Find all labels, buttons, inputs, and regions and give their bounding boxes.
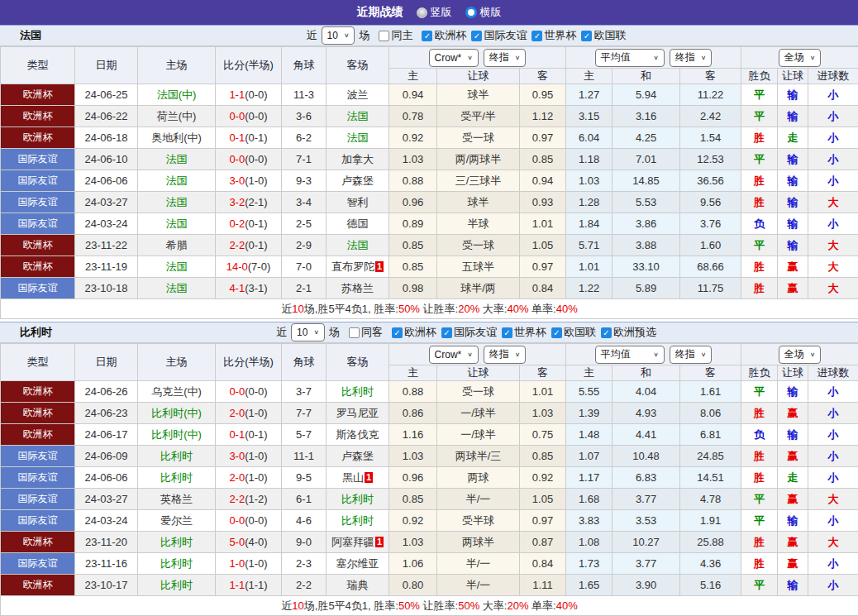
- crow-home-odds: 1.03: [389, 446, 437, 467]
- match-date: 24-06-06: [75, 467, 138, 489]
- result-goals: 小: [808, 446, 858, 467]
- checkbox-checked-icon[interactable]: ✓: [601, 327, 612, 338]
- crow-company-select[interactable]: Crow*∨: [429, 346, 479, 364]
- league-filter-label: 欧洲预选: [613, 325, 656, 340]
- avg-draw-odds: 5.94: [613, 84, 680, 106]
- league-filter[interactable]: ✓国际友谊: [441, 325, 497, 340]
- col-away: 客场: [327, 344, 389, 381]
- same-away-filter[interactable]: 同客: [349, 325, 383, 340]
- full-match-select[interactable]: 全场∨: [779, 346, 822, 364]
- league-filter[interactable]: ✓欧国联: [551, 325, 596, 340]
- average-select[interactable]: 平均值∨: [595, 346, 665, 364]
- checkbox-checked-icon[interactable]: ✓: [551, 327, 562, 338]
- crow-home-odds: 0.85: [389, 256, 437, 278]
- result-wdl: 平: [741, 106, 778, 127]
- match-row: 欧洲杯23-11-22希腊2-2(0-1)2-9法国0.85受一球1.055.7…: [1, 235, 858, 256]
- corner-count: 11-3: [282, 84, 327, 106]
- match-date: 24-06-10: [75, 149, 138, 170]
- match-score: 0-0(0-0): [216, 149, 282, 170]
- match-row: 欧洲杯23-11-20比利时5-0(4-0)9-0阿塞拜疆11.03两球半0.8…: [1, 532, 858, 553]
- radio-horizontal-layout[interactable]: 横版: [465, 5, 502, 20]
- league-filter[interactable]: ✓欧洲杯: [392, 325, 436, 340]
- match-date: 24-06-18: [75, 127, 138, 149]
- avg-away-odds: 1.61: [680, 381, 741, 403]
- avg-away-odds: 5.16: [680, 575, 741, 596]
- match-date: 24-03-27: [75, 489, 138, 510]
- radio-unselected-icon[interactable]: [417, 7, 427, 18]
- league-filter[interactable]: ✓欧洲杯: [422, 28, 466, 43]
- away-team: 卢森堡: [327, 446, 389, 467]
- final-index-select-2[interactable]: 终指∨: [670, 49, 713, 67]
- final-index-select[interactable]: 终指∨: [484, 49, 527, 67]
- crow-home-odds: 0.92: [389, 127, 437, 149]
- league-filter[interactable]: ✓国际友谊: [471, 28, 527, 43]
- average-select[interactable]: 平均值∨: [595, 49, 665, 67]
- crow-away-odds: 0.75: [520, 424, 566, 446]
- match-date: 24-06-09: [75, 446, 138, 467]
- avg-draw-odds: 3.53: [613, 510, 680, 532]
- league-filter-label: 欧洲杯: [404, 325, 436, 340]
- league-filter[interactable]: ✓世界杯: [502, 325, 546, 340]
- match-score: 0-0(0-0): [216, 106, 282, 127]
- checkbox-checked-icon[interactable]: ✓: [471, 31, 482, 41]
- avg-away-odds: 8.06: [680, 403, 741, 424]
- checkbox-unchecked-icon[interactable]: [349, 327, 360, 338]
- avg-away-odds: 9.56: [680, 192, 741, 213]
- league-type-cell: 国际友谊: [1, 170, 75, 192]
- final-index-select[interactable]: 终指∨: [484, 346, 527, 364]
- result-wdl: 胜: [741, 256, 778, 278]
- avg-home-odds: 3.15: [566, 106, 613, 127]
- avg-away-odds: 11.22: [680, 84, 741, 106]
- checkbox-checked-icon[interactable]: ✓: [502, 327, 512, 338]
- summary-text: 单率:: [528, 599, 555, 612]
- crow-handicap: 球半/两: [437, 278, 520, 299]
- match-score: 3-0(1-0): [216, 170, 282, 192]
- league-filter-label: 国际友谊: [484, 28, 527, 43]
- result-goals: 小: [808, 553, 858, 575]
- checkbox-unchecked-icon[interactable]: [379, 31, 389, 41]
- match-score: 0-1(0-1): [216, 424, 282, 446]
- home-team: 奥地利(中): [138, 127, 216, 149]
- checkbox-checked-icon[interactable]: ✓: [441, 327, 452, 338]
- crow-home-odds: 0.85: [389, 235, 437, 256]
- match-score: 1-1(1-1): [216, 575, 282, 596]
- match-date: 24-03-24: [75, 213, 138, 235]
- crow-home-odds: 0.88: [389, 381, 437, 403]
- match-score: 0-1(0-1): [216, 127, 282, 149]
- away-team: 智利: [327, 192, 389, 213]
- page-title: 近期战绩: [357, 5, 403, 20]
- result-wdl: 胜: [741, 403, 778, 424]
- home-team: 法国: [138, 170, 216, 192]
- crow-home-odds: 0.78: [389, 106, 437, 127]
- col-corner: 角球: [282, 47, 327, 84]
- match-score: 0-0(0-0): [216, 381, 282, 403]
- avg-draw-odds: 6.83: [613, 467, 680, 489]
- match-count-select[interactable]: 10∨: [291, 323, 325, 341]
- home-team: 法国: [138, 213, 216, 235]
- matches-label: 场: [359, 28, 369, 43]
- same-home-filter[interactable]: 同主: [379, 28, 412, 43]
- crow-company-select[interactable]: Crow*∨: [429, 49, 479, 67]
- result-goals: 大: [808, 256, 858, 278]
- match-count-select[interactable]: 10∨: [322, 26, 355, 45]
- radio-selected-icon[interactable]: [465, 7, 477, 18]
- avg-home-odds: 1.73: [566, 553, 613, 575]
- match-date: 24-06-25: [75, 84, 138, 106]
- radio-vertical-layout[interactable]: 竖版: [417, 5, 452, 20]
- result-wdl: 平: [741, 84, 778, 106]
- final-index-select-2[interactable]: 终指∨: [670, 346, 713, 364]
- full-match-select[interactable]: 全场∨: [779, 49, 822, 67]
- checkbox-checked-icon[interactable]: ✓: [581, 31, 592, 41]
- corner-count: 9-0: [282, 532, 327, 553]
- match-date: 24-06-23: [75, 403, 138, 424]
- corner-count: 4-6: [282, 510, 327, 532]
- league-filter[interactable]: ✓欧洲预选: [601, 325, 656, 340]
- checkbox-checked-icon[interactable]: ✓: [531, 31, 542, 41]
- league-filter[interactable]: ✓欧国联: [581, 28, 626, 43]
- checkbox-checked-icon[interactable]: ✓: [392, 327, 403, 338]
- avg-home-odds: 1.07: [566, 446, 613, 467]
- col-result-handicap: 让球: [778, 365, 808, 381]
- league-filter[interactable]: ✓世界杯: [531, 28, 576, 43]
- title-bar: 近期战绩 竖版 横版: [0, 0, 858, 25]
- checkbox-checked-icon[interactable]: ✓: [422, 31, 432, 41]
